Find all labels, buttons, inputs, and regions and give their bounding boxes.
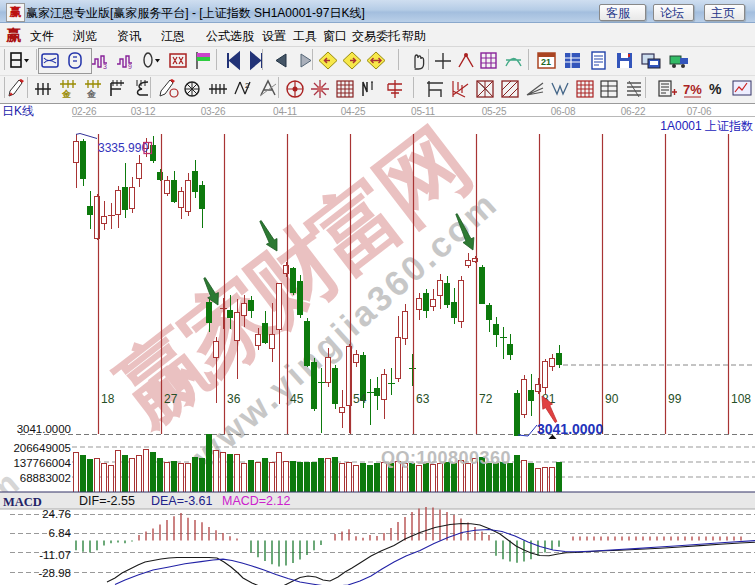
svg-text:1A0001 上证指数: 1A0001 上证指数 <box>660 119 753 133</box>
svg-text:36: 36 <box>227 392 241 406</box>
svg-text:3041.0000: 3041.0000 <box>537 421 603 437</box>
svg-text:06-22: 06-22 <box>621 106 646 117</box>
svg-text:90: 90 <box>605 392 619 406</box>
svg-text:05-25: 05-25 <box>482 106 507 117</box>
svg-text:06-08: 06-08 <box>551 106 576 117</box>
svg-text:9: 9 <box>128 63 132 70</box>
svg-text:6.84: 6.84 <box>49 527 72 539</box>
svg-text:%: % <box>709 81 722 97</box>
svg-text:DEA=-3.61: DEA=-3.61 <box>151 494 213 508</box>
svg-text:7%: 7% <box>683 82 702 97</box>
svg-text:-28.98: -28.98 <box>38 567 71 579</box>
svg-text:3: 3 <box>103 63 107 70</box>
svg-text:3335.990: 3335.990 <box>98 141 148 155</box>
svg-text:03-12: 03-12 <box>131 106 156 117</box>
svg-text:04-25: 04-25 <box>341 106 366 117</box>
svg-text:21: 21 <box>541 57 551 67</box>
svg-text:68883002: 68883002 <box>20 472 71 484</box>
svg-text:金: 金 <box>61 89 72 99</box>
svg-text:-11.07: -11.07 <box>39 549 71 561</box>
svg-text:07-06: 07-06 <box>687 106 712 117</box>
svg-text:DIF=-2.55: DIF=-2.55 <box>79 494 135 508</box>
svg-text:206649005: 206649005 <box>13 442 71 454</box>
svg-text:MACD=2.12: MACD=2.12 <box>222 494 290 508</box>
svg-text:108: 108 <box>731 392 751 406</box>
svg-text:MACD: MACD <box>3 495 42 509</box>
svg-text:QQ:100800360: QQ:100800360 <box>381 448 511 468</box>
svg-text:05-11: 05-11 <box>411 106 435 117</box>
svg-text:137766004: 137766004 <box>13 457 71 469</box>
svg-text:63: 63 <box>416 392 430 406</box>
svg-text:24.76: 24.76 <box>42 508 71 520</box>
svg-text:04-11: 04-11 <box>273 106 297 117</box>
svg-text:18: 18 <box>101 392 115 406</box>
svg-text:03-26: 03-26 <box>201 106 226 117</box>
svg-text:3041.0000: 3041.0000 <box>17 423 71 435</box>
svg-text:02-26: 02-26 <box>72 106 97 117</box>
svg-text:27: 27 <box>164 392 178 406</box>
svg-text:日K线: 日K线 <box>2 104 34 118</box>
svg-text:2: 2 <box>245 81 250 90</box>
svg-text:54: 54 <box>353 392 367 406</box>
svg-text:72: 72 <box>479 392 493 406</box>
svg-text:金: 金 <box>86 89 97 99</box>
svg-text:99: 99 <box>668 392 682 406</box>
svg-text:45: 45 <box>290 392 304 406</box>
